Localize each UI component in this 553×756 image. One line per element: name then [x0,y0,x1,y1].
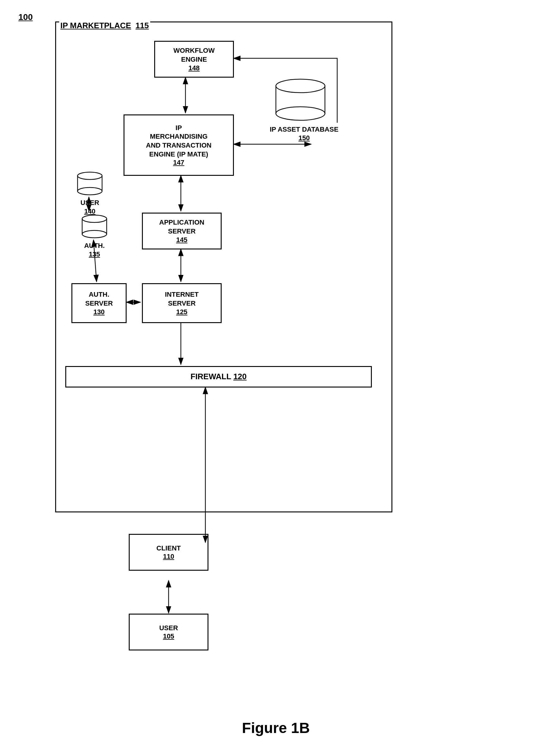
user-bottom-num: 105 [163,632,174,640]
ip-asset-db-label: IP ASSET DATABASE [270,125,338,134]
ip-marketplace-box: IP MARKETPLACE 115 WORKFLOWENGINE 148 IP… [55,21,392,512]
user-bottom-box: USER 105 [129,614,209,650]
svg-point-5 [82,230,107,238]
app-server-num: 145 [176,236,187,244]
internet-server-box: INTERNETSERVER 125 [142,283,222,323]
app-server-label: APPLICATIONSERVER [159,218,204,235]
figure-caption: Figure 1B [18,719,533,736]
client-num: 110 [163,553,174,561]
ip-marketplace-label: IP MARKETPLACE 115 [59,21,150,30]
ip-merch-num: 147 [173,159,184,166]
svg-point-8 [276,107,325,120]
svg-point-1 [78,172,102,180]
svg-point-2 [78,188,102,195]
workflow-engine-box: WORKFLOWENGINE 148 [154,41,234,78]
auth-server-label: AUTH.SERVER [85,290,113,308]
auth-server-num: 130 [93,308,105,316]
user-cylinder-small-label: USER [75,199,105,207]
auth-cylinder: AUTH. 135 [79,213,110,258]
ip-asset-db: IP ASSET DATABASE 150 [270,74,338,142]
workflow-engine-label: WORKFLOWENGINE [173,46,215,64]
internet-server-num: 125 [176,308,187,316]
user-bottom-label: USER [159,624,178,633]
ip-merch-box: IPMERCHANDISINGAND TRANSACTIONENGINE (IP… [124,115,234,176]
ip-asset-db-num: 150 [270,134,338,142]
auth-cylinder-num: 135 [79,250,110,258]
client-label: CLIENT [156,544,180,553]
svg-point-7 [276,79,325,93]
client-box: CLIENT 110 [129,534,209,571]
workflow-engine-num: 148 [188,64,200,72]
auth-server-box: AUTH.SERVER 130 [71,283,127,323]
fig-number: 100 [18,12,33,22]
app-server-box: APPLICATIONSERVER 145 [142,213,222,250]
internet-server-label: INTERNETSERVER [165,290,199,308]
firewall-box: FIREWALL 120 [65,366,372,388]
auth-cylinder-label: AUTH. [79,242,110,250]
user-cylinder-small: USER 140 [75,170,105,215]
ip-merch-label: IPMERCHANDISINGAND TRANSACTIONENGINE (IP… [146,124,212,159]
svg-point-4 [82,215,107,222]
firewall-label: FIREWALL 120 [190,371,246,382]
